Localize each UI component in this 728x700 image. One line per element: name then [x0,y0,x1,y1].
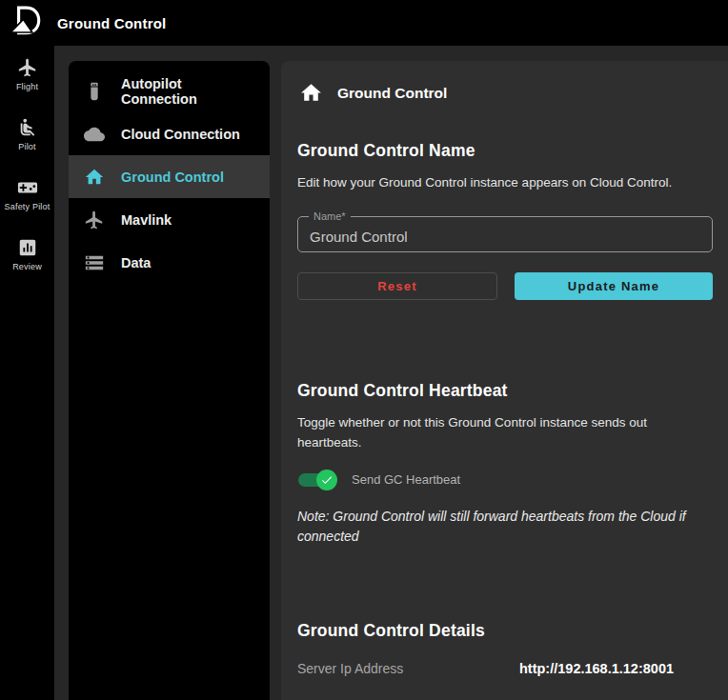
storage-icon [84,252,105,273]
menu-item-label: Cloud Connection [121,127,240,142]
rail-item-pilot[interactable]: Pilot [0,117,54,151]
detail-value: http://192.168.1.12:8001 [519,661,674,676]
analytics-icon [17,237,38,258]
app-header: Ground Control [0,0,728,46]
name-input[interactable] [298,217,712,251]
rail-item-flight[interactable]: Flight [0,57,54,91]
rail-item-label: Pilot [18,142,36,151]
menu-item-label: Ground Control [121,170,224,185]
main-panel: Ground Control Ground Control Name Edit … [281,61,728,700]
app-title: Ground Control [57,15,166,31]
rail-item-safety-pilot[interactable]: Safety Pilot [0,177,54,211]
gamepad-icon [17,177,38,198]
name-actions: Reset Update Name [297,272,713,300]
name-field-wrapper: Name* [297,216,713,252]
usb-drive-icon [84,81,105,102]
pilot-seat-icon [17,117,38,138]
toggle-thumb [316,470,337,490]
heartbeat-section-description: Toggle whether or not this Ground Contro… [297,413,713,452]
rail-item-label: Flight [16,82,38,91]
heartbeat-toggle[interactable] [297,470,337,490]
menu-item-label: Mavlink [121,212,172,228]
reset-button[interactable]: Reset [297,272,497,300]
settings-menu: Autopilot Connection Cloud Connection Gr… [69,61,270,700]
cloud-icon [84,124,105,145]
menu-item-label: Autopilot Connection [121,76,254,107]
airplane-icon [84,210,105,230]
menu-item-cloud-connection[interactable]: Cloud Connection [69,112,270,155]
check-icon [320,473,334,487]
rail-item-review[interactable]: Review [0,237,54,271]
heartbeat-note: Note: Ground Control will still forward … [297,507,713,547]
update-name-button[interactable]: Update Name [515,272,713,300]
detail-row-server-ip: Server Ip Address http://192.168.1.12:80… [297,661,713,676]
menu-item-label: Data [121,255,151,270]
home-icon [299,81,323,105]
rail-item-label: Review [12,262,42,271]
detail-label: Server Ip Address [297,661,519,676]
rail-item-label: Safety Pilot [5,202,51,211]
details-section-heading: Ground Control Details [297,621,713,641]
primary-nav-rail: Flight Pilot Safety Pilot Review [0,46,54,700]
menu-item-mavlink[interactable]: Mavlink [69,198,270,241]
app-logo-icon [8,4,44,42]
heartbeat-section-heading: Ground Control Heartbeat [297,381,713,401]
home-icon [84,167,105,188]
menu-item-autopilot-connection[interactable]: Autopilot Connection [69,70,270,112]
menu-item-data[interactable]: Data [69,241,270,284]
page-header: Ground Control [299,81,713,105]
name-section-heading: Ground Control Name [297,141,713,161]
menu-item-ground-control[interactable]: Ground Control [69,155,270,198]
flight-icon [17,57,38,78]
name-field-label: Name* [309,210,351,222]
page-title: Ground Control [337,85,447,102]
name-section-description: Edit how your Ground Control instance ap… [297,173,713,192]
app-body: Flight Pilot Safety Pilot Review Autopil… [0,46,728,700]
heartbeat-toggle-row: Send GC Heartbeat [297,470,713,490]
heartbeat-toggle-label: Send GC Heartbeat [352,472,460,487]
